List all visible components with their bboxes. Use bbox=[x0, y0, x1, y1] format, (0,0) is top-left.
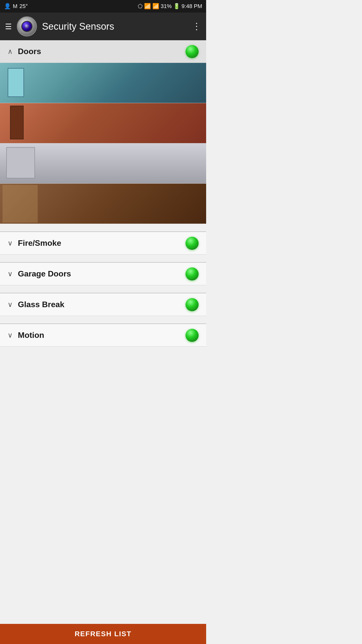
chevron-down-icon-fire: ∨ bbox=[8, 239, 13, 247]
status-right: ⬠ 📶 📶 31% 🔋 9:48 PM bbox=[138, 3, 202, 10]
wifi-icon: 📶 bbox=[144, 3, 151, 10]
motion-section-label: Motion bbox=[18, 331, 186, 340]
spacer-3 bbox=[0, 285, 206, 293]
bluetooth-icon: ⬠ bbox=[138, 3, 143, 10]
kitchen-door-thumbnail bbox=[0, 184, 206, 224]
garage-doors-section-header[interactable]: ∨ Garage Doors bbox=[0, 263, 206, 285]
app-title: Security Sensors bbox=[42, 21, 187, 32]
glass-break-status-indicator bbox=[186, 298, 199, 311]
notification-icon: 👤 bbox=[4, 3, 11, 10]
garage-doors-status-indicator bbox=[186, 267, 199, 280]
fire-smoke-section-label: Fire/Smoke bbox=[18, 238, 186, 248]
gmail-icon: M bbox=[13, 3, 17, 10]
more-options-icon[interactable]: ⋮ bbox=[192, 21, 201, 32]
fire-smoke-section-header[interactable]: ∨ Fire/Smoke bbox=[0, 232, 206, 255]
camera-lens-inner bbox=[25, 24, 29, 28]
garage-doors-section-label: Garage Doors bbox=[18, 269, 186, 278]
garage-entry-item[interactable]: Garage Entry Last opened: Tue, Feb 07, 2… bbox=[0, 143, 206, 184]
camera-lens bbox=[21, 21, 32, 32]
doors-section-header[interactable]: ∧ Doors bbox=[0, 40, 206, 63]
status-bar: 👤 M 25° ⬠ 📶 📶 31% 🔋 9:48 PM bbox=[0, 0, 206, 13]
doors-section-label: Doors bbox=[18, 47, 186, 56]
spacer-4 bbox=[0, 316, 206, 324]
bottom-padding bbox=[0, 347, 206, 372]
front-door-item[interactable]: Front Door Last opened: Tue, Feb 07, 201… bbox=[0, 103, 206, 143]
signal-icon: 📶 bbox=[152, 3, 159, 10]
front-door-thumbnail bbox=[0, 103, 206, 143]
glass-break-section-header[interactable]: ∨ Glass Break bbox=[0, 293, 206, 316]
app-logo bbox=[17, 16, 37, 36]
basement-door-item[interactable]: Basement Door Last opened: Sun, Jan 29, … bbox=[0, 63, 206, 103]
chevron-down-icon-glass: ∨ bbox=[8, 300, 13, 309]
time: 9:48 PM bbox=[182, 3, 202, 10]
basement-door-thumbnail bbox=[0, 63, 206, 103]
temperature: 25° bbox=[19, 3, 28, 10]
hamburger-menu-icon[interactable]: ☰ bbox=[5, 22, 12, 31]
glass-break-section-label: Glass Break bbox=[18, 300, 186, 309]
chevron-down-icon-garage: ∨ bbox=[8, 270, 13, 278]
status-left: 👤 M 25° bbox=[4, 3, 28, 10]
chevron-up-icon: ∧ bbox=[8, 47, 13, 56]
battery-icon: 🔋 bbox=[173, 3, 180, 10]
doors-status-indicator bbox=[186, 45, 199, 58]
motion-section-header[interactable]: ∨ Motion bbox=[0, 324, 206, 347]
battery-text: 31% bbox=[161, 3, 172, 10]
chevron-down-icon-motion: ∨ bbox=[8, 331, 13, 339]
spacer-1 bbox=[0, 224, 206, 231]
kitchen-door-item[interactable]: Kitchen Door Last opened: Tue, Feb 07, 2… bbox=[0, 184, 206, 224]
spacer-2 bbox=[0, 255, 206, 262]
fire-smoke-status-indicator bbox=[186, 237, 199, 250]
garage-entry-thumbnail bbox=[0, 143, 206, 183]
app-bar: ☰ Security Sensors ⋮ bbox=[0, 13, 206, 40]
motion-status-indicator bbox=[186, 329, 199, 342]
